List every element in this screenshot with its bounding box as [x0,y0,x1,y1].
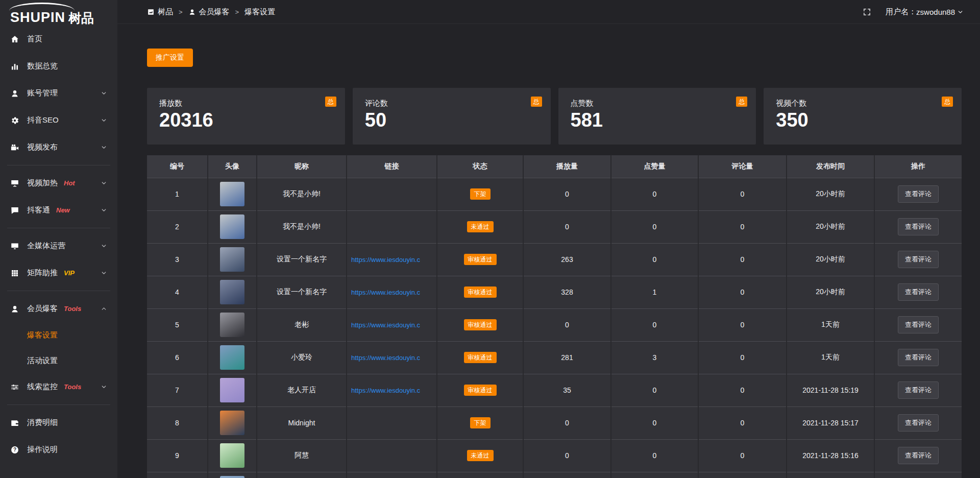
user-menu[interactable]: 用户名： zswodun88 [886,7,964,17]
sidebar-item[interactable]: 首页 [0,26,117,53]
video-link[interactable]: https://www.iesdouyin.c [347,289,436,296]
video-link[interactable]: https://www.iesdouyin.c [347,256,436,264]
chev-up-icon[interactable] [101,305,107,312]
table-column-header: 点赞量 [611,155,698,178]
cell-time: 20小时前 [787,210,874,243]
status-badge: 审核通过 [464,319,497,330]
table-column-header: 链接 [347,155,437,178]
cell-time [787,472,874,478]
sidebar-item-label: 视频加热 [27,178,58,188]
chev-down-icon[interactable] [101,144,107,151]
avatar [220,182,244,206]
cell-plays: 35 [523,374,611,407]
cell-plays: 263 [523,243,611,276]
sidebar-item-badge: Hot [64,179,75,187]
table-row: 7 老人开店 https://www.iesdouyin.c 审核通过 35 0… [147,374,962,407]
video-link[interactable]: https://www.iesdouyin.c [347,321,436,329]
person-icon [188,8,196,16]
cell-likes [611,472,698,478]
chev-down-icon[interactable] [101,207,107,213]
main-column: 树品 > 会员爆客 > 爆客设置 用户名： zswodun88 推广设置 播放数… [117,0,980,478]
cell-plays: 328 [523,276,611,308]
cell-time: 1天前 [787,308,874,341]
cell-nickname: 我不是小帅! [257,210,347,243]
table-header-row: 编号头像昵称链接状态播放量点赞量评论量发布时间操作 [147,155,962,178]
sidebar-item[interactable]: 数据总览 [0,53,117,80]
cell-comments: 0 [698,407,787,439]
video-link[interactable]: https://www.iesdouyin.c [347,354,436,362]
chevron-down-icon [957,9,964,15]
chev-down-icon[interactable] [101,117,107,124]
breadcrumb-item[interactable]: 爆客设置 [244,7,275,17]
sidebar-item[interactable]: 线索监控 Tools [0,373,117,400]
cell-comments [698,472,787,478]
view-comments-button[interactable]: 查看评论 [898,316,939,333]
cell-nickname: 设置一个新名字 [257,276,347,308]
breadcrumb-item[interactable]: 会员爆客 [199,7,230,17]
video-link[interactable]: https://www.iesdouyin.c [347,387,436,394]
chev-down-icon[interactable] [101,180,107,186]
view-comments-button[interactable]: 查看评论 [898,381,939,399]
fullscreen-icon[interactable] [863,8,871,16]
sidebar-item[interactable]: 账号管理 [0,80,117,107]
status-badge: 审核通过 [464,385,497,396]
table-column-header: 头像 [208,155,257,178]
promo-settings-button[interactable]: 推广设置 [147,49,193,67]
view-comments-button[interactable]: 查看评论 [898,218,939,235]
logo[interactable]: SHUPIN 树品 [0,0,117,26]
avatar [220,313,244,337]
sidebar-item-label: 视频发布 [27,142,58,152]
cell-plays [523,472,611,478]
sidebar-item[interactable]: 消费明细 [0,409,117,436]
sidebar-item[interactable]: 抖音SEO [0,107,117,134]
sidebar-item[interactable]: 矩阵助推 VIP [0,259,117,286]
view-comments-button[interactable]: 查看评论 [898,447,939,464]
view-comments-button[interactable]: 查看评论 [898,414,939,432]
chev-down-icon[interactable] [101,90,107,97]
view-comments-button[interactable]: 查看评论 [898,251,939,268]
sidebar-item[interactable]: 视频发布 [0,134,117,161]
accounts-table-wrap: 编号头像昵称链接状态播放量点赞量评论量发布时间操作 1 我不是小帅! 下架 0 … [147,155,962,478]
cell-comments: 0 [698,276,787,308]
chev-down-icon[interactable] [101,384,107,390]
sidebar-submenu: 爆客设置活动设置 [0,322,117,373]
stat-card-label: 视频个数 [776,99,951,108]
chev-down-icon[interactable] [101,243,107,249]
sidebar-item[interactable]: 会员爆客 Tools [0,295,117,322]
view-comments-button[interactable]: 查看评论 [898,185,939,203]
stat-card-value: 50 [365,110,541,131]
sidebar-subitem[interactable]: 活动设置 [0,348,117,373]
chev-down-icon[interactable] [101,270,107,276]
sidebar-item[interactable]: 操作说明 [0,436,117,463]
cell-id: 4 [147,276,208,308]
breadcrumb-item[interactable]: 树品 [158,7,173,17]
cell-nickname [257,472,347,478]
cell-time: 2021-11-28 15:17 [787,407,874,439]
cell-nickname: 老彬 [257,308,347,341]
table-column-header: 编号 [147,155,208,178]
app-root: SHUPIN 树品 首页 数据总览 账号管理 [0,0,980,478]
cell-nickname: 小爱玲 [257,341,347,374]
avatar [220,443,244,468]
sidebar-divider [7,291,110,291]
cell-likes: 0 [611,407,698,439]
view-comments-button[interactable]: 查看评论 [898,283,939,301]
status-badge: 未通过 [467,221,494,232]
sidebar-item[interactable]: 全媒体运营 [0,232,117,259]
sidebar-item-label: 账号管理 [27,88,58,98]
sidebar: SHUPIN 树品 首页 数据总览 账号管理 [0,0,117,478]
total-badge: 总 [736,97,747,107]
stat-card: 播放数 总 20316 [147,88,345,145]
avatar [220,280,244,304]
sidebar-item[interactable]: 视频加热 Hot [0,170,117,197]
sidebar-subitem[interactable]: 爆客设置 [0,322,117,348]
sidebar-menu: 首页 数据总览 账号管理 抖音SEO [0,26,117,463]
cell-likes: 1 [611,276,698,308]
doc-icon [147,8,155,16]
sidebar-item-label: 首页 [27,34,42,44]
table-row [147,472,962,478]
sidebar-item-label: 矩阵助推 [27,268,58,278]
sidebar-item[interactable]: 抖客通 New [0,197,117,224]
stat-cards: 播放数 总 20316 评论数 总 50 点赞数 总 581 视频个数 总 35… [147,88,962,145]
view-comments-button[interactable]: 查看评论 [898,349,939,366]
